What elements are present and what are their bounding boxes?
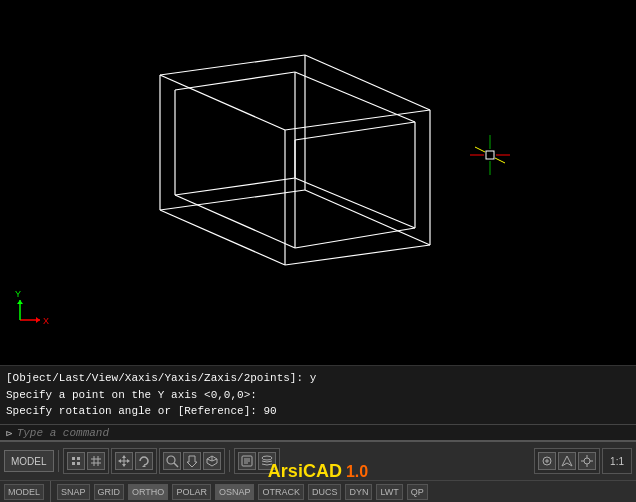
model-tab[interactable]: MODEL xyxy=(4,450,54,472)
view3d-btn[interactable] xyxy=(203,452,221,470)
svg-text:X: X xyxy=(43,316,49,326)
svg-line-13 xyxy=(295,72,415,122)
svg-line-35 xyxy=(495,158,505,163)
svg-rect-36 xyxy=(72,457,75,460)
snap-grid-group xyxy=(63,448,109,474)
command-input[interactable] xyxy=(17,427,630,439)
zoom-icon xyxy=(165,454,179,468)
svg-marker-45 xyxy=(122,464,126,467)
svg-rect-38 xyxy=(72,462,75,465)
svg-line-19 xyxy=(295,178,415,228)
svg-line-21 xyxy=(175,195,295,248)
view3d-icon xyxy=(205,454,219,468)
status-bar: MODEL xyxy=(0,440,636,502)
svg-point-61 xyxy=(262,456,272,460)
svg-line-34 xyxy=(475,147,485,152)
command-line-3: Specify rotation angle or [Reference]: 9… xyxy=(6,403,630,420)
svg-line-12 xyxy=(175,72,295,90)
svg-rect-39 xyxy=(77,462,80,465)
ortho-status-btn[interactable]: ORTHO xyxy=(128,484,168,500)
svg-line-2 xyxy=(285,110,430,130)
right-tools-group xyxy=(534,448,600,474)
rotate-btn[interactable] xyxy=(135,452,153,470)
svg-line-6 xyxy=(285,245,430,265)
bottom-status: MODEL SNAP GRID ORTHO POLAR OSNAP OTRACK… xyxy=(0,480,636,502)
svg-marker-46 xyxy=(118,459,121,463)
title-version: 1.0 xyxy=(346,463,368,481)
rotate-icon xyxy=(137,454,151,468)
command-line-1: [Object/Last/View/Xaxis/Yaxis/Zaxis/2poi… xyxy=(6,370,630,387)
polar-btn[interactable] xyxy=(558,452,576,470)
ucs-icon: X Y xyxy=(15,289,49,326)
cad-viewport[interactable]: X Y xyxy=(0,0,636,365)
status-sep xyxy=(50,481,51,503)
cad-drawing: X Y xyxy=(0,0,636,365)
scale-group: 1:1 xyxy=(602,448,632,474)
command-area: [Object/Last/View/Xaxis/Yaxis/Zaxis/2poi… xyxy=(0,365,636,440)
separator-1 xyxy=(58,450,59,472)
app-title: ArsiCAD 1.0 xyxy=(268,461,368,480)
command-input-row[interactable]: ⊳ xyxy=(0,424,636,442)
move-btn[interactable] xyxy=(115,452,133,470)
svg-line-7 xyxy=(160,210,285,265)
dyn-status-btn[interactable]: DYN xyxy=(345,484,372,500)
grid-btn[interactable] xyxy=(87,452,105,470)
move-icon xyxy=(117,454,131,468)
osnap-status-btn[interactable]: OSNAP xyxy=(215,484,255,500)
zoom-btn[interactable] xyxy=(163,452,181,470)
svg-line-18 xyxy=(175,178,295,195)
polar-status-btn[interactable]: POLAR xyxy=(172,484,211,500)
object-snap-icon xyxy=(540,454,554,468)
settings-btn[interactable] xyxy=(578,452,596,470)
model-btn[interactable]: MODEL xyxy=(4,484,44,500)
svg-point-65 xyxy=(584,458,590,464)
qp-status-btn[interactable]: QP xyxy=(407,484,428,500)
svg-marker-44 xyxy=(122,455,126,458)
pan-btn[interactable] xyxy=(183,452,201,470)
command-line-2: Specify a point on the Y axis <0,0,0>: xyxy=(6,387,630,404)
grid-icon xyxy=(90,455,102,467)
move-group xyxy=(111,448,157,474)
svg-marker-47 xyxy=(127,459,130,463)
command-prompt-icon: ⊳ xyxy=(6,427,13,440)
svg-line-55 xyxy=(207,459,212,461)
svg-line-52 xyxy=(174,463,178,467)
grid-status-btn[interactable]: GRID xyxy=(94,484,125,500)
svg-rect-29 xyxy=(486,151,494,159)
scale-display: 1:1 xyxy=(606,456,628,467)
svg-line-20 xyxy=(295,228,415,248)
svg-marker-27 xyxy=(17,300,23,304)
snap-status-btn[interactable]: SNAP xyxy=(57,484,90,500)
properties-btn[interactable] xyxy=(238,452,256,470)
svg-line-4 xyxy=(160,190,305,210)
snap-btn[interactable] xyxy=(67,452,85,470)
separator-2 xyxy=(229,450,230,472)
properties-icon xyxy=(240,454,254,468)
lwt-status-btn[interactable]: LWT xyxy=(376,484,402,500)
polar-icon xyxy=(560,454,574,468)
pan-icon xyxy=(185,454,199,468)
object-snap-btn[interactable] xyxy=(538,452,556,470)
svg-marker-24 xyxy=(36,317,40,323)
svg-line-0 xyxy=(160,55,305,75)
svg-line-14 xyxy=(295,122,415,140)
view-group xyxy=(159,448,225,474)
crosshair-cursor xyxy=(470,135,510,175)
title-arsicad: ArsiCAD xyxy=(268,461,342,480)
svg-text:Y: Y xyxy=(15,289,21,299)
ducs-status-btn[interactable]: DUCS xyxy=(308,484,342,500)
otrack-status-btn[interactable]: OTRACK xyxy=(258,484,304,500)
svg-rect-37 xyxy=(77,457,80,460)
svg-point-51 xyxy=(167,456,175,464)
svg-line-5 xyxy=(305,190,430,245)
toolbar-row: MODEL xyxy=(0,442,636,480)
snap-icon xyxy=(70,455,82,467)
settings-icon xyxy=(580,454,594,468)
command-output: [Object/Last/View/Xaxis/Yaxis/Zaxis/2poi… xyxy=(0,366,636,424)
svg-line-56 xyxy=(212,459,217,461)
